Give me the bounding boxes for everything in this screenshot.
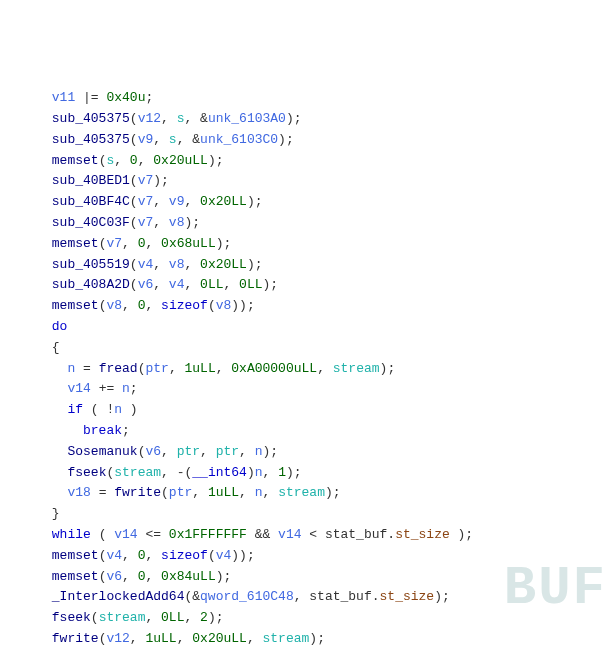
token-param: stream xyxy=(263,631,310,646)
token-var: v4 xyxy=(169,277,185,292)
token-var: n xyxy=(122,381,130,396)
token-paren: ) xyxy=(153,173,161,188)
token-op: , xyxy=(216,361,232,376)
token-op: , xyxy=(153,132,169,147)
token-struct: stat_buf xyxy=(309,589,371,604)
token-op: ; xyxy=(145,90,153,105)
token-op: && xyxy=(247,527,278,542)
token-op: ( xyxy=(91,527,114,542)
token-paren: )) xyxy=(231,298,247,313)
token-op: , xyxy=(145,610,161,625)
token-var: v6 xyxy=(106,569,122,584)
token-fn: fseek xyxy=(52,610,91,625)
token-var: unk_6103A0 xyxy=(208,111,286,126)
token-op: ; xyxy=(216,153,224,168)
token-op: , -( xyxy=(161,465,192,480)
token-op: ; xyxy=(224,236,232,251)
token-num: 0x20LL xyxy=(200,257,247,272)
token-param: s xyxy=(169,132,177,147)
token-op: ; xyxy=(270,444,278,459)
token-paren: ( xyxy=(130,215,138,230)
token-num: 1uLL xyxy=(184,361,215,376)
token-num: 0x1FFFFFFF xyxy=(169,527,247,542)
token-param: stream xyxy=(99,610,146,625)
token-paren: ) xyxy=(216,236,224,251)
token-kw: __int64 xyxy=(192,465,247,480)
token-fn: sub_405375 xyxy=(52,111,130,126)
token-op: , xyxy=(184,257,200,272)
token-op: ; xyxy=(247,298,255,313)
token-op: , xyxy=(247,631,263,646)
token-op: , xyxy=(122,569,138,584)
token-paren: )) xyxy=(231,548,247,563)
token-param: ptr xyxy=(216,444,239,459)
token-var: v8 xyxy=(169,215,185,230)
code-line: sub_40C03F(v7, v8); xyxy=(5,213,610,234)
token-op: , xyxy=(317,361,333,376)
token-op: , xyxy=(184,610,200,625)
token-fn: memset xyxy=(52,569,99,584)
token-param: stream xyxy=(114,465,161,480)
code-line: fseek(stream, 0LL, 2); xyxy=(5,608,610,629)
token-op: ) xyxy=(122,402,138,417)
token-var: v4 xyxy=(138,257,154,272)
code-line: v14 += n; xyxy=(5,379,610,400)
code-line: do xyxy=(5,317,610,338)
token-paren: ) xyxy=(286,111,294,126)
token-op: < xyxy=(302,527,325,542)
token-param: stream xyxy=(333,361,380,376)
token-paren: ( xyxy=(130,277,138,292)
token-op: += xyxy=(91,381,122,396)
token-op: , xyxy=(122,548,138,563)
token-num: 0 xyxy=(130,153,138,168)
token-var: n xyxy=(255,485,263,500)
token-op: , xyxy=(153,277,169,292)
token-fn: memset xyxy=(52,548,99,563)
token-op: , xyxy=(200,444,216,459)
token-fn: memset xyxy=(52,236,99,251)
token-num: 1uLL xyxy=(145,631,176,646)
token-op: ; xyxy=(247,548,255,563)
token-op: , xyxy=(145,298,161,313)
code-line: while ( v14 <= 0x1FFFFFFF && v14 < stat_… xyxy=(5,525,610,546)
token-num: 1 xyxy=(278,465,286,480)
token-fn: sub_40C03F xyxy=(52,215,130,230)
token-op: , xyxy=(294,589,310,604)
code-line: sub_405519(v4, v8, 0x20LL); xyxy=(5,255,610,276)
token-var: v14 xyxy=(278,527,301,542)
token-op: , xyxy=(263,485,279,500)
token-var: v18 xyxy=(67,485,90,500)
token-op: <= xyxy=(138,527,169,542)
token-paren: ( xyxy=(208,548,216,563)
token-op: , xyxy=(145,236,161,251)
token-paren: ) xyxy=(208,610,216,625)
code-line: memset(v4, 0, sizeof(v4)); xyxy=(5,546,610,567)
token-fn: sub_40BED1 xyxy=(52,173,130,188)
token-paren: ( xyxy=(130,194,138,209)
token-op: = xyxy=(75,361,98,376)
code-line: memset(v6, 0, 0x84uLL); xyxy=(5,567,610,588)
token-op: ; xyxy=(216,610,224,625)
token-op: ; xyxy=(442,589,450,604)
token-op: , xyxy=(138,153,154,168)
token-var: ptr xyxy=(145,361,168,376)
token-op: , xyxy=(130,631,146,646)
token-num: 0x84uLL xyxy=(161,569,216,584)
token-op: , xyxy=(114,153,130,168)
token-op: ; xyxy=(224,569,232,584)
token-var: v8 xyxy=(106,298,122,313)
token-var: v7 xyxy=(106,236,122,251)
token-paren: ) xyxy=(286,465,294,480)
token-var: v12 xyxy=(106,631,129,646)
token-op: , xyxy=(122,298,138,313)
code-line: if ( !n ) xyxy=(5,400,610,421)
token-op: = xyxy=(91,485,114,500)
token-var: v8 xyxy=(169,257,185,272)
token-op: ; xyxy=(122,423,130,438)
code-line: n = fread(ptr, 1uLL, 0xA00000uLL, stream… xyxy=(5,359,610,380)
token-paren: ) xyxy=(247,194,255,209)
token-op: ) xyxy=(247,465,255,480)
token-num: 2 xyxy=(200,610,208,625)
token-num: 0xA00000uLL xyxy=(231,361,317,376)
code-line: sub_408A2D(v6, v4, 0LL, 0LL); xyxy=(5,275,610,296)
